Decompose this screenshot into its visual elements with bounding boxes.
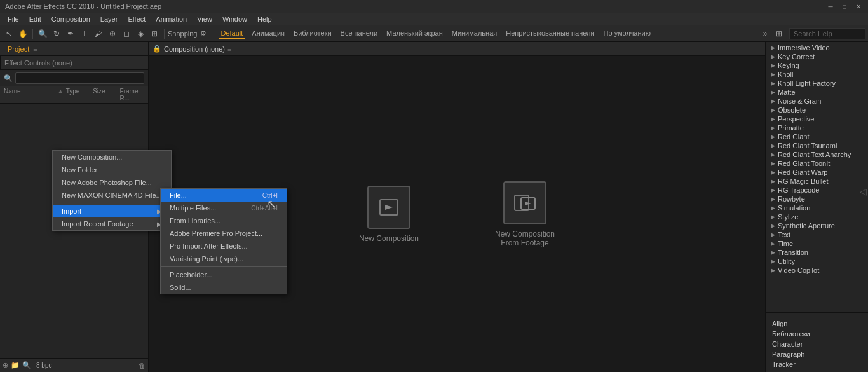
tool-zoom[interactable]: 🔍 bbox=[36, 27, 49, 40]
folder-icon[interactable]: 📁 bbox=[11, 361, 20, 369]
ws-tab-all-panels[interactable]: Все панели bbox=[338, 28, 380, 39]
libraries-panel[interactable]: Библиотеки bbox=[768, 329, 865, 339]
sub-solid[interactable]: Solid... bbox=[161, 281, 287, 294]
effects-item-perspective[interactable]: ▶ Perspective bbox=[766, 114, 868, 123]
effects-item-transition[interactable]: ▶ Transition bbox=[766, 248, 868, 257]
new-composition-shortcut[interactable]: New Composition bbox=[359, 186, 419, 243]
sub-placeholder[interactable]: Placeholder... bbox=[161, 268, 287, 281]
menu-effect[interactable]: Effect bbox=[123, 14, 151, 24]
ws-tab-minimal[interactable]: Минимальная bbox=[449, 28, 500, 39]
bpc-label: 8 bpc bbox=[36, 362, 51, 369]
effects-item-primatte[interactable]: ▶ Primatte bbox=[766, 123, 868, 132]
tool-stamp[interactable]: ⊕ bbox=[106, 27, 119, 40]
ctx-new-photoshop[interactable]: New Adobe Photoshop File... bbox=[53, 176, 171, 189]
character-panel[interactable]: Character bbox=[768, 339, 865, 349]
ws-tab-default[interactable]: Default bbox=[219, 28, 246, 39]
effects-item-noise[interactable]: ▶ Noise & Grain bbox=[766, 97, 868, 106]
effects-item-stylize[interactable]: ▶ Stylize bbox=[766, 212, 868, 221]
effects-item-synth[interactable]: ▶ Synthetic Aperture bbox=[766, 221, 868, 230]
effect-label: Simulation bbox=[778, 204, 810, 212]
arrow-icon: ▶ bbox=[771, 134, 775, 140]
effects-item-knoll-lf[interactable]: ▶ Knoll Light Factory bbox=[766, 79, 868, 88]
tool-select[interactable]: ↖ bbox=[3, 27, 15, 40]
tool-eraser[interactable]: ◻ bbox=[120, 27, 133, 40]
sub-multiple-files[interactable]: Multiple Files... Ctrl+Alt+I bbox=[161, 202, 287, 214]
tool-pen[interactable]: ✒ bbox=[64, 27, 77, 40]
ctx-label: New Composition... bbox=[62, 153, 122, 161]
ctx-new-folder[interactable]: New Folder bbox=[53, 163, 171, 176]
tool-roto[interactable]: ◈ bbox=[134, 27, 147, 40]
snapping-toggle[interactable]: ⚙ bbox=[200, 29, 207, 38]
menu-view[interactable]: View bbox=[192, 14, 217, 24]
col-type: Type bbox=[66, 88, 90, 102]
effects-item-utility[interactable]: ▶ Utility bbox=[766, 257, 868, 266]
effects-item-keying[interactable]: ▶ Keying bbox=[766, 61, 868, 70]
menu-file[interactable]: File bbox=[3, 14, 24, 24]
tool-rotate[interactable]: ↻ bbox=[50, 27, 63, 40]
ctx-import-recent[interactable]: Import Recent Footage ▶ bbox=[53, 217, 171, 230]
effects-item-obsolete[interactable]: ▶ Obsolete bbox=[766, 106, 868, 114]
sub-pro-import[interactable]: Pro Import After Effects... bbox=[161, 240, 287, 252]
ws-tab-animation[interactable]: Анимация bbox=[249, 28, 287, 39]
tracker-panel[interactable]: Tracker bbox=[768, 359, 865, 369]
ctx-import[interactable]: Import ▶ bbox=[53, 205, 171, 217]
effects-item-keycorrect[interactable]: ▶ Key Correct bbox=[766, 52, 868, 61]
sub-file[interactable]: File... Ctrl+I bbox=[161, 189, 287, 202]
effects-item-simulation[interactable]: ▶ Simulation bbox=[766, 203, 868, 212]
menu-edit[interactable]: Edit bbox=[24, 14, 46, 24]
effects-item-rg-magic[interactable]: ▶ RG Magic Bullet bbox=[766, 177, 868, 186]
ws-overflow[interactable]: » bbox=[759, 27, 771, 40]
paragraph-panel[interactable]: Paragraph bbox=[768, 349, 865, 359]
sub-vanishing-point[interactable]: Vanishing Point (.vpe)... bbox=[161, 252, 287, 265]
sub-label: File... bbox=[170, 191, 187, 199]
align-panel[interactable]: Align bbox=[768, 319, 865, 329]
right-panel-expand-btn[interactable]: ◁ bbox=[858, 186, 868, 196]
ctx-label: Import Recent Footage bbox=[62, 220, 133, 228]
comp-menu-icon[interactable]: ≡ bbox=[227, 45, 231, 53]
close-button[interactable]: ✕ bbox=[854, 2, 863, 11]
new-comp-from-footage-shortcut[interactable]: New CompositionFrom Footage bbox=[495, 181, 555, 247]
effects-item-immersive[interactable]: ▶ Immersive Video bbox=[766, 43, 868, 52]
tool-brush[interactable]: 🖌 bbox=[92, 27, 105, 40]
effects-item-videocopilot[interactable]: ▶ Video Copilot bbox=[766, 266, 868, 275]
effects-item-rg-warp[interactable]: ▶ Red Giant Warp bbox=[766, 168, 868, 177]
menu-window[interactable]: Window bbox=[217, 14, 252, 24]
ws-tab-libraries[interactable]: Библиотеки bbox=[291, 28, 334, 39]
project-search-input[interactable] bbox=[15, 72, 144, 84]
tool-puppet[interactable]: ⊞ bbox=[148, 27, 161, 40]
effects-item-rg-tsunami[interactable]: ▶ Red Giant Tsunami bbox=[766, 141, 868, 150]
sub-label: Pro Import After Effects... bbox=[170, 242, 248, 250]
tab-project[interactable]: Project bbox=[4, 44, 33, 54]
minimize-button[interactable]: ─ bbox=[826, 2, 835, 11]
effect-label: Red Giant Warp bbox=[778, 169, 827, 176]
tool-hand[interactable]: ✋ bbox=[17, 27, 29, 40]
ws-tab-undocked[interactable]: Непристыкованные панели bbox=[503, 28, 597, 39]
snapping-control[interactable]: Snapping ⚙ bbox=[168, 29, 207, 38]
menu-composition[interactable]: Composition bbox=[46, 14, 95, 24]
ws-settings[interactable]: ⊞ bbox=[773, 27, 785, 40]
maximize-button[interactable]: □ bbox=[840, 2, 849, 11]
effects-item-matte[interactable]: ▶ Matte bbox=[766, 88, 868, 97]
menu-animation[interactable]: Animation bbox=[151, 14, 192, 24]
trash-icon[interactable]: 🗑 bbox=[139, 362, 146, 369]
effects-item-rg-textanarchy[interactable]: ▶ Red Giant Text Anarchy bbox=[766, 150, 868, 159]
search-help[interactable]: Search Help bbox=[789, 28, 865, 39]
effects-item-rowbyte[interactable]: ▶ Rowbyte bbox=[766, 195, 868, 203]
tool-text[interactable]: T bbox=[78, 27, 91, 40]
menu-layer[interactable]: Layer bbox=[95, 14, 123, 24]
effects-item-redgiant[interactable]: ▶ Red Giant bbox=[766, 132, 868, 141]
ws-tab-default2[interactable]: По умолчанию bbox=[601, 28, 653, 39]
effects-item-rg-trapcode[interactable]: ▶ RG Trapcode bbox=[766, 186, 868, 195]
ctx-new-c4d[interactable]: New MAXON CINEMA 4D File... bbox=[53, 189, 171, 202]
effects-item-text[interactable]: ▶ Text bbox=[766, 230, 868, 239]
effects-item-time[interactable]: ▶ Time bbox=[766, 239, 868, 248]
search-bottom-icon[interactable]: 🔍 bbox=[22, 361, 31, 369]
sub-from-libraries[interactable]: From Libraries... bbox=[161, 214, 287, 227]
effects-item-knoll[interactable]: ▶ Knoll bbox=[766, 70, 868, 79]
ws-tab-small-screen[interactable]: Маленький экран bbox=[384, 28, 445, 39]
ctx-new-composition[interactable]: New Composition... bbox=[53, 151, 171, 163]
new-item-icon[interactable]: ⊕ bbox=[3, 361, 8, 369]
menu-help[interactable]: Help bbox=[252, 14, 277, 24]
effects-item-rg-toonit[interactable]: ▶ Red Giant ToonIt bbox=[766, 159, 868, 168]
sub-premiere[interactable]: Adobe Premiere Pro Project... bbox=[161, 227, 287, 240]
